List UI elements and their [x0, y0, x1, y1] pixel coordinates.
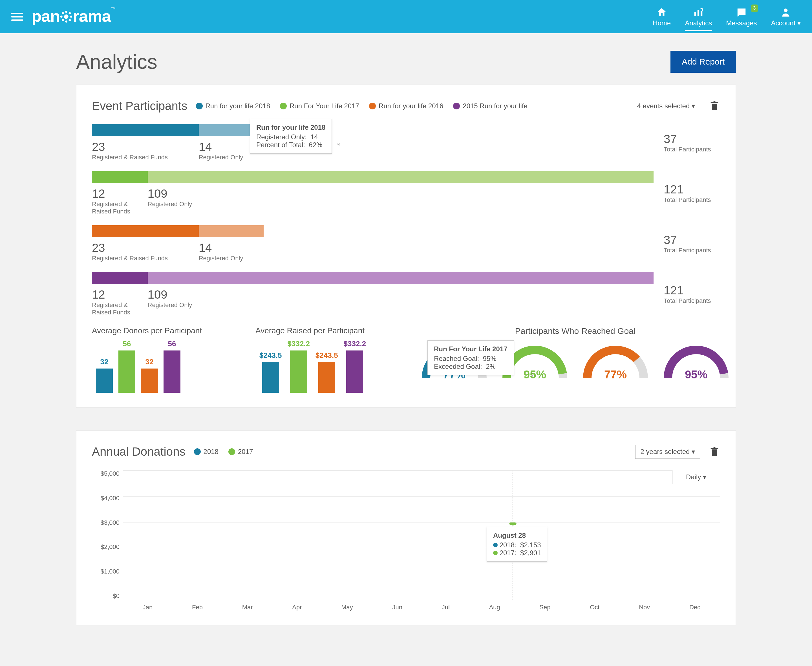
avg-donors-chart: Average Donors per Participant 32 56 32 … [92, 326, 244, 393]
svg-point-5 [62, 12, 64, 14]
chevron-down-icon: ▾ [703, 473, 706, 481]
x-tick: Nov [639, 604, 650, 611]
x-tick: Mar [242, 604, 253, 611]
participant-row: 23Registered & Raised Funds 14Registered… [92, 225, 720, 262]
x-tick: Dec [689, 604, 700, 611]
delete-icon[interactable] [709, 99, 720, 112]
svg-point-7 [62, 19, 64, 21]
nav-analytics[interactable]: Analytics [685, 6, 712, 31]
avg-raised-title: Average Raised per Participant [255, 326, 408, 335]
svg-point-4 [70, 15, 72, 18]
avg-donors-title: Average Donors per Participant [92, 326, 244, 335]
legend-label: Run For Your Life 2017 [290, 102, 359, 110]
bar-segment-only[interactable] [148, 171, 654, 183]
logo: pan rama™ [31, 7, 115, 27]
x-tick: Oct [590, 604, 600, 611]
participant-row: 12Registered & Raised Funds 109Registere… [92, 171, 720, 215]
legend-item: Run For Your Life 2017 [280, 102, 359, 110]
nav-messages[interactable]: 3 Messages [726, 6, 757, 27]
cursor-icon: ☟ [530, 373, 537, 379]
nav-account-label: Account ▾ [771, 19, 801, 27]
x-tick: Apr [292, 604, 302, 611]
y-tick: $5,000 [92, 470, 120, 477]
legend-item: Run for your life 2018 [196, 102, 270, 110]
bar-segment-raised[interactable] [92, 272, 148, 284]
svg-point-1 [65, 11, 68, 13]
donations-card: Annual Donations 20182017 2 years select… [76, 430, 736, 625]
y-tick: $0 [92, 592, 120, 600]
y-tick: $3,000 [92, 519, 120, 526]
goal-title: Participants Who Reached Goal [419, 326, 731, 336]
menu-icon[interactable] [11, 13, 23, 21]
bar-segment-raised[interactable] [92, 124, 199, 136]
svg-point-6 [69, 12, 71, 14]
participants-legend: Run for your life 2018Run For Your Life … [196, 102, 623, 110]
mini-bar: $332.2 [344, 340, 366, 393]
y-tick: $4,000 [92, 495, 120, 502]
svg-rect-10 [698, 10, 699, 16]
nav-analytics-label: Analytics [685, 19, 712, 27]
donations-line-chart: Daily ▾ $5,000$4,000$3,000$2,000$1,000$0… [92, 470, 720, 611]
events-selector[interactable]: 4 events selected ▾ [632, 99, 700, 113]
y-tick: $1,000 [92, 568, 120, 575]
legend-label: 2018 [204, 448, 219, 456]
legend-item: 2017 [228, 448, 253, 456]
x-tick: Sep [539, 604, 550, 611]
participant-row: Run for your life 2018 Registered Only: … [92, 124, 720, 161]
home-icon [653, 6, 671, 18]
mini-bar: 56 [119, 340, 135, 393]
donations-legend: 20182017 [194, 448, 627, 456]
svg-point-0 [64, 14, 68, 19]
chevron-down-icon: ▾ [692, 102, 695, 110]
nav: Home Analytics 3 Messages Account ▾ [653, 6, 801, 27]
donations-tooltip: August 28 2018: $2,153 2017: $2,901 [487, 527, 547, 562]
x-tick: Jun [392, 604, 402, 611]
x-axis: JanFebMarAprMayJunJulAugSepOctNovDec [123, 604, 720, 611]
bar-segment-raised[interactable] [92, 171, 148, 183]
svg-point-12 [784, 8, 788, 12]
add-report-button[interactable]: Add Report [670, 51, 736, 73]
legend-label: Run for your life 2018 [206, 102, 270, 110]
nav-home[interactable]: Home [653, 6, 671, 27]
legend-item: 2018 [194, 448, 219, 456]
mini-bar: $243.5 [259, 351, 282, 393]
x-tick: Jul [442, 604, 450, 611]
nav-account[interactable]: Account ▾ [771, 6, 801, 27]
svg-rect-9 [694, 12, 696, 16]
x-tick: May [341, 604, 353, 611]
svg-point-8 [69, 19, 71, 21]
x-tick: Feb [192, 604, 203, 611]
legend-label: 2017 [238, 448, 253, 456]
legend-item: 2015 Run for your life [453, 102, 527, 110]
y-axis: $5,000$4,000$3,000$2,000$1,000$0 [92, 470, 123, 600]
bar-segment-raised[interactable] [92, 225, 199, 237]
analytics-icon [685, 6, 712, 18]
chevron-down-icon: ▾ [692, 448, 695, 455]
mini-bar: $243.5 [316, 351, 338, 393]
years-selector[interactable]: 2 years selected ▾ [635, 445, 700, 459]
granularity-selector[interactable]: Daily ▾ [672, 470, 720, 484]
gauge[interactable]: 95% [661, 341, 731, 381]
legend-label: Run for your life 2016 [379, 102, 443, 110]
nav-home-label: Home [653, 19, 671, 27]
delete-icon[interactable] [709, 445, 720, 458]
bar-segment-only[interactable] [148, 272, 654, 284]
mini-bar: 32 [141, 358, 158, 393]
nav-messages-label: Messages [726, 19, 757, 27]
participants-card: Event Participants Run for your life 201… [76, 84, 736, 408]
account-icon [771, 6, 801, 18]
mini-bar: 32 [96, 358, 113, 393]
bar-segment-only[interactable] [199, 225, 264, 237]
x-tick: Aug [489, 604, 500, 611]
topbar: pan rama™ Home Analytics 3 Messages Acco… [0, 0, 812, 33]
page-title: Analytics [76, 50, 157, 73]
plot-area: August 28 2018: $2,153 2017: $2,901 [123, 470, 720, 600]
y-tick: $2,000 [92, 543, 120, 551]
participants-tooltip: Run for your life 2018 Registered Only: … [250, 119, 332, 154]
svg-point-2 [65, 20, 68, 23]
svg-point-15 [509, 522, 516, 526]
mini-bar: $332.2 [288, 340, 310, 393]
svg-point-3 [60, 15, 63, 18]
donations-title: Annual Donations [92, 445, 186, 458]
gauge[interactable]: 77% [580, 341, 651, 381]
